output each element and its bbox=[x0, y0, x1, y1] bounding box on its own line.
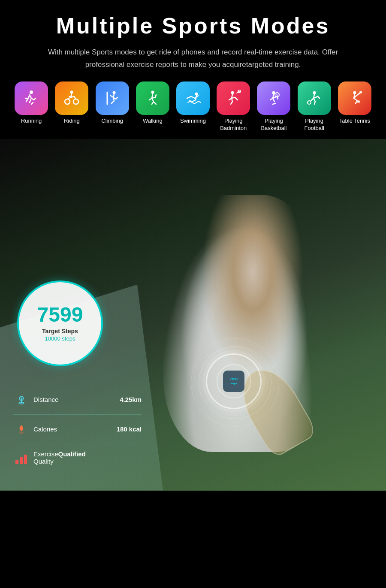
steps-label: Target Steps bbox=[42, 328, 78, 335]
sport-item-swimming: Swimming bbox=[175, 81, 211, 132]
sport-item-running: Running bbox=[13, 81, 50, 132]
exercise-quality-row: Exercise Quality Qualified bbox=[13, 444, 142, 473]
svg-point-0 bbox=[30, 90, 33, 94]
exercise-quality-label-block: Exercise Quality bbox=[33, 450, 58, 465]
svg-point-16 bbox=[19, 402, 24, 404]
svg-point-2 bbox=[65, 99, 70, 104]
badminton-icon bbox=[217, 81, 250, 115]
sports-row: Running Riding bbox=[9, 81, 377, 132]
badminton-label: Playing Badminton bbox=[215, 118, 252, 132]
svg-point-17 bbox=[19, 431, 24, 434]
subtitle-text: With multiple Sports modes to get ride o… bbox=[47, 46, 339, 71]
tabletennis-icon bbox=[338, 81, 371, 115]
walking-icon bbox=[136, 81, 169, 115]
swimming-icon bbox=[176, 81, 210, 115]
player-area bbox=[120, 152, 386, 486]
running-label: Running bbox=[21, 118, 42, 125]
svg-point-7 bbox=[231, 91, 234, 94]
steps-number: 7599 bbox=[37, 305, 83, 325]
steps-target: 10000 steps bbox=[45, 335, 75, 342]
football-label: Playing Football bbox=[296, 118, 333, 132]
distance-label: Distance bbox=[33, 396, 120, 403]
sport-item-tabletennis: Table Tennis bbox=[336, 81, 373, 132]
svg-point-5 bbox=[151, 90, 154, 93]
exercise-quality-icon bbox=[13, 450, 30, 467]
svg-point-12 bbox=[308, 101, 311, 104]
ripple-2 bbox=[191, 338, 279, 427]
svg-rect-20 bbox=[24, 455, 27, 464]
tabletennis-label: Table Tennis bbox=[339, 118, 370, 125]
walking-label: Walking bbox=[143, 118, 163, 125]
steps-circle-container: 7599 Target Steps 10000 steps bbox=[17, 280, 103, 366]
distance-icon bbox=[13, 391, 30, 408]
exercise-quality-value: Qualified bbox=[58, 450, 86, 458]
steps-circle: 7599 Target Steps 10000 steps bbox=[17, 280, 103, 366]
swimming-label: Swimming bbox=[180, 118, 206, 125]
svg-point-3 bbox=[73, 99, 78, 104]
svg-point-9 bbox=[272, 91, 275, 94]
sport-item-badminton: Playing Badminton bbox=[215, 81, 252, 132]
header-section: Multiple Sports Modes With multiple Spor… bbox=[0, 0, 386, 139]
distance-row: Distance 4.25km bbox=[13, 385, 142, 414]
svg-point-11 bbox=[313, 91, 316, 94]
stats-list: Distance 4.25km Calories 180 kcal bbox=[13, 385, 142, 473]
sport-item-climbing: Climbing bbox=[93, 81, 130, 132]
photo-section: 7599 Target Steps 10000 steps 7599steps bbox=[0, 139, 386, 491]
calories-icon bbox=[13, 421, 30, 438]
page-title: Multiple Sports Modes bbox=[9, 13, 377, 39]
watch-circle: 7599steps bbox=[206, 353, 262, 409]
svg-point-14 bbox=[359, 91, 362, 93]
basketball-label: Playing Basketball bbox=[255, 118, 292, 132]
svg-point-4 bbox=[112, 91, 115, 94]
distance-value: 4.25km bbox=[120, 396, 142, 403]
climbing-icon bbox=[96, 81, 129, 115]
svg-point-13 bbox=[353, 91, 356, 94]
climbing-label: Climbing bbox=[101, 118, 123, 125]
svg-rect-18 bbox=[15, 460, 18, 464]
calories-label: Calories bbox=[33, 425, 117, 433]
sport-item-riding: Riding bbox=[53, 81, 90, 132]
exercise-quality-label2: Quality bbox=[33, 458, 58, 465]
exercise-quality-label: Exercise bbox=[33, 450, 58, 458]
calories-value: 180 kcal bbox=[117, 425, 142, 433]
riding-icon bbox=[55, 81, 88, 115]
basketball-icon bbox=[257, 81, 290, 115]
calories-row: Calories 180 kcal bbox=[13, 414, 142, 444]
svg-rect-19 bbox=[20, 457, 23, 464]
svg-point-6 bbox=[195, 92, 198, 95]
sport-item-walking: Walking bbox=[134, 81, 171, 132]
running-icon bbox=[15, 81, 48, 115]
sport-item-basketball: Playing Basketball bbox=[255, 81, 292, 132]
sport-item-football: Playing Football bbox=[296, 81, 333, 132]
football-icon bbox=[298, 81, 331, 115]
riding-label: Riding bbox=[64, 118, 80, 125]
